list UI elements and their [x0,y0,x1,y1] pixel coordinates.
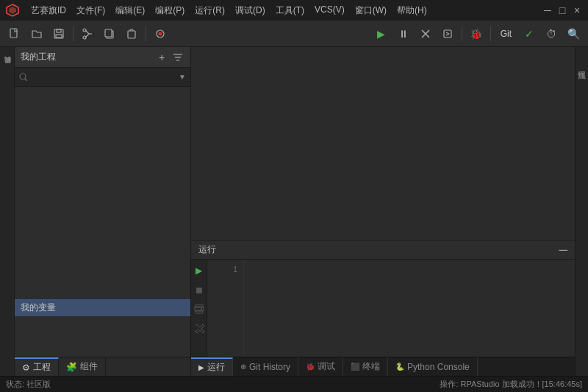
tab-terminal[interactable]: ⬛ 终端 [343,357,388,376]
bottom-panel: 运行 ─ ▶ ◼ 1 [191,240,575,376]
paste-button[interactable] [121,24,142,43]
panel-left: 我的工程 + ▼ 我的变量 ⚙ 工程 [15,47,191,376]
properties-icon[interactable]: 属性 [576,50,589,79]
add-project-button[interactable]: + [155,51,168,64]
tab-debug-label: 调试 [318,360,335,373]
restore-button[interactable]: □ [557,5,567,15]
cut-button[interactable] [77,24,98,43]
svg-line-21 [25,79,27,81]
run-left-icons: ▶ ◼ [191,260,207,357]
tab-git-history[interactable]: ⊕ Git History [233,357,298,376]
output-area[interactable] [244,260,575,357]
run-button[interactable]: ▶ [371,24,392,43]
status-right: 操作: RPAStudio 加载成功！[15:46:45s] [440,379,582,390]
tab-project-label: 工程 [33,361,51,374]
search-dropdown-icon[interactable]: ▼ [179,73,186,81]
svg-point-13 [159,32,162,35]
run-play-icon[interactable]: ▶ [193,264,206,277]
main-layout: 我的工程 我的工程 + ▼ 我的变量 [0,47,588,376]
run-minimize-button[interactable]: ─ [559,244,567,256]
main-content: 运行 ─ ▶ ◼ 1 [191,47,575,376]
svg-rect-11 [128,31,135,38]
search-input[interactable] [31,73,176,82]
git-button[interactable]: Git [495,27,517,40]
tab-python-console[interactable]: 🐍 Python Console [388,357,478,376]
menu-run[interactable]: 运行(R) [190,3,229,18]
right-sidebar: 属性 [575,47,588,376]
tab-project[interactable]: ⚙ 工程 [15,357,59,376]
menu-tools[interactable]: 工具(T) [271,3,309,18]
menu-debug[interactable]: 调试(D) [231,3,270,18]
menu-app-name[interactable]: 艺赛旗ID [26,3,71,18]
debug-button[interactable]: 🐞 [466,24,487,43]
record-button[interactable] [150,24,171,43]
separator-3 [462,26,462,41]
debug-tab-icon: 🐞 [306,363,315,371]
run-clear-icon[interactable] [193,321,206,335]
run-title: 运行 [198,243,216,256]
project-title: 我的工程 [21,51,56,63]
svg-marker-1 [9,7,16,14]
close-button[interactable]: × [572,5,582,15]
menu-bar: 艺赛旗ID 文件(F) 编辑(E) 编程(P) 运行(R) 调试(D) 工具(T… [26,3,431,18]
menu-vcs[interactable]: VCS(V) [310,3,349,18]
separator-2 [146,26,146,41]
tab-components[interactable]: 🧩 组件 [59,357,106,376]
tab-git-history-label: Git History [249,362,290,372]
svg-point-7 [83,36,86,39]
app-logo [6,4,19,17]
separator-4 [490,26,491,41]
filter-project-button[interactable] [171,51,184,64]
project-tree [15,87,190,298]
toolbar: ▶ ⏸ 🐞 Git ✓ ⏱ 🔍 [0,21,588,47]
search-icon [19,73,28,82]
pause-button[interactable]: ⏸ [393,24,414,43]
save-button[interactable] [49,24,69,43]
svg-point-20 [20,74,26,79]
search-toolbar-button[interactable]: 🔍 [563,24,584,43]
menu-edit[interactable]: 编辑(E) [111,3,149,18]
status-bar: 状态: 社区版 操作: RPAStudio 加载成功！[15:46:45s] [0,376,588,392]
check-button[interactable]: ✓ [519,24,539,43]
variables-header: 我的变量 [15,299,190,316]
component-icon: 🧩 [66,362,77,372]
tab-terminal-label: 终端 [362,360,380,373]
copy-button[interactable] [99,24,120,43]
svg-rect-14 [444,30,451,38]
svg-point-25 [201,308,202,310]
step-button[interactable] [437,24,458,43]
menu-help[interactable]: 帮助(H) [392,3,431,18]
run-header: 运行 ─ [191,240,575,260]
menu-program[interactable]: 编程(P) [151,3,189,18]
svg-rect-4 [57,29,61,32]
line-numbers: 1 [207,260,244,357]
run-content: ▶ ◼ 1 [191,260,575,357]
menu-file[interactable]: 文件(F) [72,3,110,18]
search-bar: ▼ [15,68,190,87]
title-bar: 艺赛旗ID 文件(F) 编辑(E) 编程(P) 运行(R) 调试(D) 工具(T… [0,0,588,21]
tab-components-label: 组件 [80,360,98,373]
variables-title: 我的变量 [21,302,56,314]
svg-point-6 [83,29,86,32]
my-project-icon[interactable]: 我的工程 [0,50,15,87]
git-history-tab-icon: ⊕ [240,363,246,371]
project-header-buttons: + [155,51,184,64]
history-button[interactable]: ⏱ [541,24,562,43]
run-tab-icon: ▶ [198,363,204,371]
title-bar-left: 艺赛旗ID 文件(F) 编辑(E) 编程(P) 运行(R) 调试(D) 工具(T… [6,3,431,18]
variables-content [15,316,190,357]
stop-replay-button[interactable] [415,24,436,43]
svg-rect-5 [56,35,62,38]
menu-window[interactable]: 窗口(W) [351,3,391,18]
tab-debug[interactable]: 🐞 调试 [298,357,343,376]
gear-icon: ⚙ [22,363,30,373]
separator-1 [73,26,74,41]
run-stop-icon[interactable]: ◼ [193,283,206,296]
editor-area[interactable] [191,47,575,240]
minimize-button[interactable]: ─ [542,5,553,15]
run-print-icon[interactable] [193,302,206,316]
tab-run[interactable]: ▶ 运行 [191,357,233,376]
title-bar-right: ─ □ × [542,5,582,15]
open-button[interactable] [26,24,47,43]
new-button[interactable] [4,24,25,43]
